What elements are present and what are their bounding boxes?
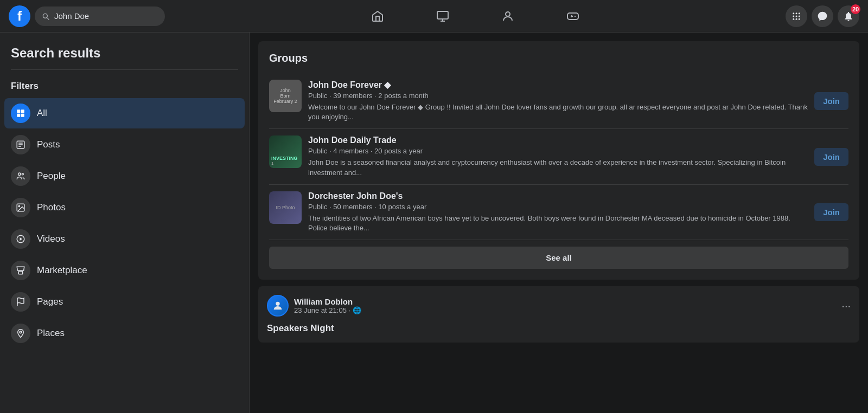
group-1-desc: Welcome to our John Doe Forever ◆ Group … — [308, 102, 808, 122]
group-2-join-button[interactable]: Join — [814, 148, 848, 166]
sidebar: Search results Filters All — [0, 33, 250, 413]
group-2-desc: John Doe is a seasoned financial analyst… — [308, 158, 808, 177]
group-1-info: John Doe Forever ◆ Public · 39 members ·… — [308, 80, 808, 122]
sidebar-item-marketplace[interactable]: Marketplace — [4, 255, 245, 286]
group-thumb-1-text: JohnBornFebruary 2 — [272, 87, 298, 105]
post-header: William Doblon 23 June at 21:05 · 🌐 ··· — [267, 295, 851, 317]
group-2-info: John Doe Daily Trade Public · 4 members … — [308, 135, 808, 177]
sidebar-item-pages[interactable]: Pages — [4, 287, 245, 317]
nav-center — [165, 3, 786, 29]
sidebar-item-pages-label: Pages — [37, 296, 63, 307]
group-thumb-1: JohnBornFebruary 2 — [269, 80, 302, 112]
post-content-title: Speakers Night — [267, 323, 851, 334]
group-2-name: John Doe Daily Trade — [308, 135, 808, 145]
menu-button[interactable] — [786, 5, 807, 27]
sidebar-item-places[interactable]: Places — [4, 318, 245, 349]
sidebar-item-posts-label: Posts — [37, 139, 60, 150]
svg-rect-14 — [17, 114, 20, 117]
main-content: Groups JohnBornFebruary 2 John Doe Forev… — [250, 33, 868, 413]
groups-title: Groups — [269, 52, 848, 64]
search-bar — [35, 7, 165, 26]
svg-marker-22 — [20, 237, 23, 241]
post-more-button[interactable]: ··· — [841, 300, 851, 312]
group-1-name: John Doe Forever ◆ — [308, 80, 808, 90]
svg-point-8 — [799, 15, 800, 17]
svg-point-9 — [793, 18, 794, 20]
marketplace-icon — [11, 261, 30, 280]
photos-icon — [11, 198, 30, 217]
people-icon — [11, 166, 30, 186]
layout: Search results Filters All — [0, 33, 868, 413]
sidebar-item-photos[interactable]: Photos — [4, 192, 245, 223]
notifications-button[interactable]: 20 — [838, 5, 859, 27]
gaming-nav-button[interactable] — [542, 3, 603, 29]
svg-point-17 — [18, 173, 21, 176]
notification-badge: 20 — [851, 4, 860, 14]
group-thumb-2: INVESTING 1 — [269, 135, 302, 168]
svg-rect-0 — [437, 11, 448, 19]
group-thumb-3: ID Photo — [269, 191, 302, 224]
svg-point-7 — [796, 15, 797, 17]
groups-card: Groups JohnBornFebruary 2 John Doe Forev… — [258, 41, 859, 280]
svg-rect-15 — [21, 114, 24, 117]
group-3-info: Dorchester John Doe's Public · 50 member… — [308, 191, 808, 233]
svg-rect-23 — [18, 272, 23, 274]
svg-point-11 — [799, 18, 800, 20]
topnav: f — [0, 0, 868, 33]
svg-point-4 — [796, 12, 797, 14]
sidebar-item-videos[interactable]: Videos — [4, 224, 245, 254]
group-3-meta: Public · 50 members · 10 posts a year — [308, 203, 808, 211]
svg-point-18 — [22, 173, 23, 175]
messenger-button[interactable] — [812, 5, 833, 27]
svg-rect-12 — [17, 109, 20, 113]
group-item-2: INVESTING 1 John Doe Daily Trade Public … — [269, 129, 848, 184]
group-item-1: JohnBornFebruary 2 John Doe Forever ◆ Pu… — [269, 73, 848, 129]
group-2-meta: Public · 4 members · 20 posts a year — [308, 147, 808, 155]
sidebar-item-marketplace-label: Marketplace — [37, 265, 87, 276]
nav-right: 20 — [786, 5, 859, 27]
posts-icon — [11, 135, 30, 154]
post-username: William Doblon — [294, 297, 836, 306]
fb-logo[interactable]: f — [9, 5, 30, 27]
sidebar-item-people-label: People — [37, 171, 66, 182]
post-card: William Doblon 23 June at 21:05 · 🌐 ··· … — [258, 286, 859, 343]
group-3-join-button[interactable]: Join — [814, 203, 848, 221]
svg-point-10 — [796, 18, 797, 20]
svg-point-26 — [276, 302, 279, 306]
sidebar-title: Search results — [4, 41, 245, 69]
videos-icon — [11, 229, 30, 249]
svg-point-6 — [793, 15, 794, 17]
sidebar-item-videos-label: Videos — [37, 234, 65, 244]
sidebar-item-all[interactable]: All — [4, 98, 245, 128]
sidebar-item-posts[interactable]: Posts — [4, 130, 245, 160]
svg-point-25 — [20, 331, 22, 333]
watch-nav-button[interactable] — [412, 3, 473, 29]
post-user-info: William Doblon 23 June at 21:05 · 🌐 — [294, 297, 836, 314]
group-1-join-button[interactable]: Join — [814, 92, 848, 110]
svg-point-1 — [506, 12, 510, 16]
group-3-name: Dorchester John Doe's — [308, 191, 808, 201]
svg-point-5 — [799, 12, 800, 14]
friends-nav-button[interactable] — [477, 3, 538, 29]
filters-label: Filters — [4, 79, 245, 98]
sidebar-item-all-label: All — [37, 108, 47, 119]
see-all-button[interactable]: See all — [269, 247, 848, 269]
sidebar-divider — [11, 69, 238, 70]
search-icon — [41, 12, 50, 21]
home-nav-button[interactable] — [347, 3, 408, 29]
post-time: 23 June at 21:05 · 🌐 — [294, 306, 836, 314]
search-input[interactable] — [54, 11, 152, 21]
svg-point-3 — [793, 12, 794, 14]
pages-icon — [11, 292, 30, 312]
group-1-meta: Public · 39 members · 2 posts a month — [308, 92, 808, 100]
places-icon — [11, 324, 30, 343]
sidebar-item-places-label: Places — [37, 328, 65, 339]
sidebar-item-photos-label: Photos — [37, 202, 66, 213]
svg-rect-13 — [21, 109, 24, 113]
all-icon — [11, 104, 30, 123]
group-thumb-3-text: ID Photo — [276, 205, 295, 210]
group-3-desc: The identities of two African American b… — [308, 214, 808, 233]
sidebar-item-people[interactable]: People — [4, 161, 245, 191]
group-item-3: ID Photo Dorchester John Doe's Public · … — [269, 185, 848, 240]
svg-point-20 — [18, 205, 20, 206]
